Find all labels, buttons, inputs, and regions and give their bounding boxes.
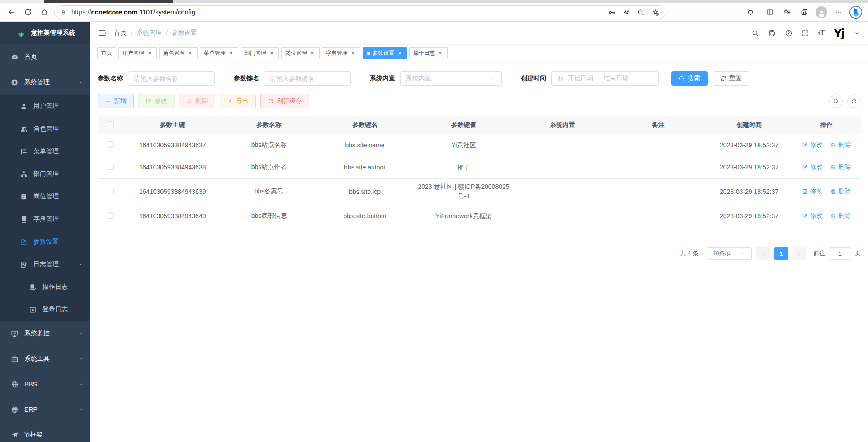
cell-param-key: bbs.site.author: [317, 156, 413, 179]
edit-row-link[interactable]: 修改: [802, 212, 823, 220]
favorite-add-icon[interactable]: [648, 6, 662, 19]
close-icon[interactable]: ×: [309, 50, 316, 56]
fullscreen-icon[interactable]: [802, 29, 809, 37]
app-logo[interactable]: 意框架管理系统: [0, 22, 90, 44]
split-screen-icon[interactable]: [761, 5, 778, 20]
breadcrumb-system[interactable]: 系统管理: [137, 29, 162, 37]
tab-operation-log[interactable]: 操作日志 ×: [409, 47, 448, 59]
edit-row-link[interactable]: 修改: [802, 163, 823, 171]
next-page-button[interactable]: [793, 247, 806, 260]
refresh-table-button[interactable]: [847, 94, 861, 108]
sidebar-item-bbs[interactable]: BBS: [0, 371, 90, 397]
toggle-search-button[interactable]: [829, 94, 843, 108]
refresh-cache-button[interactable]: 刷新缓存: [260, 94, 309, 108]
caret-down-icon[interactable]: [853, 29, 861, 37]
trash-icon: [830, 188, 836, 195]
filter-key-group: 参数键名: [234, 71, 351, 86]
profile-avatar[interactable]: [816, 6, 827, 18]
more-icon[interactable]: [830, 5, 847, 20]
search-icon[interactable]: [751, 29, 759, 37]
github-icon[interactable]: [768, 29, 776, 37]
row-checkbox[interactable]: [108, 212, 114, 219]
param-key-input[interactable]: [264, 71, 351, 86]
select-all-checkbox[interactable]: [108, 121, 114, 127]
delete-row-link[interactable]: 删除: [830, 212, 851, 220]
sidebar-collapse-icon[interactable]: [98, 28, 107, 38]
sidebar-item-log-mgmt[interactable]: 日志管理: [0, 253, 90, 276]
tab-home[interactable]: 首页: [97, 47, 116, 59]
back-icon[interactable]: [4, 5, 20, 20]
close-icon[interactable]: ×: [437, 50, 443, 56]
add-button[interactable]: 新增: [98, 94, 134, 108]
browser-essentials-icon[interactable]: [742, 5, 759, 20]
sidebar-item-monitoring[interactable]: 系统监控: [0, 321, 90, 346]
param-name-input[interactable]: [128, 71, 215, 86]
row-checkbox[interactable]: [108, 164, 114, 170]
tab-param-settings[interactable]: 参数设置 ×: [363, 47, 407, 59]
prev-page-button[interactable]: [756, 247, 770, 260]
favorites-bar-icon[interactable]: [778, 5, 796, 20]
lock-icon[interactable]: [60, 9, 67, 16]
sidebar-item-system-mgmt[interactable]: 系统管理: [0, 70, 90, 95]
sidebar-item-param-settings[interactable]: 参数设置: [0, 230, 90, 253]
sidebar-item-label: 系统监控: [24, 329, 79, 338]
delete-row-link[interactable]: 删除: [830, 188, 851, 196]
breadcrumb-home[interactable]: 首页: [114, 29, 127, 37]
close-icon[interactable]: ×: [146, 50, 153, 56]
key-icon[interactable]: [604, 6, 619, 19]
tab-label: 首页: [101, 49, 112, 57]
page-number-1[interactable]: 1: [774, 247, 788, 260]
row-checkbox[interactable]: [108, 141, 114, 148]
tab-dept-mgmt[interactable]: 部门管理 ×: [241, 47, 279, 59]
tab-post-mgmt[interactable]: 岗位管理 ×: [281, 47, 320, 59]
close-icon[interactable]: ×: [396, 50, 403, 56]
copilot-icon[interactable]: [847, 5, 864, 20]
filter-date-label: 创建时间: [521, 75, 546, 83]
url-text[interactable]: https://ccnetcore.com:1101/system/config: [71, 9, 604, 16]
sidebar-item-user-mgmt[interactable]: 用户管理: [0, 95, 90, 118]
sidebar-item-role-mgmt[interactable]: 角色管理: [0, 118, 90, 140]
edit-icon: [146, 98, 152, 104]
search-button[interactable]: 搜索: [671, 71, 708, 86]
page-size-select[interactable]: 10条/页: [706, 247, 752, 260]
date-range-picker[interactable]: 开始日期 - 结束日期: [551, 71, 659, 86]
edit-row-link[interactable]: 修改: [802, 141, 823, 149]
tab-user-mgmt[interactable]: 用户管理 ×: [118, 47, 157, 59]
edit-button[interactable]: 修改: [138, 94, 175, 108]
close-icon[interactable]: ×: [228, 50, 234, 56]
sidebar-item-dict-mgmt[interactable]: 字典管理: [0, 208, 90, 230]
sidebar-item-login-log[interactable]: 登录日志: [0, 298, 90, 321]
close-icon[interactable]: ×: [187, 50, 193, 56]
sidebar-item-dept-mgmt[interactable]: 部门管理: [0, 163, 90, 185]
home-icon[interactable]: [36, 5, 52, 20]
tab-menu-mgmt[interactable]: 菜单管理 ×: [200, 47, 238, 59]
sidebar-item-post-mgmt[interactable]: 岗位管理: [0, 185, 90, 208]
sidebar-item-home[interactable]: 首页: [0, 44, 90, 70]
sidebar-item-menu-mgmt[interactable]: 菜单管理: [0, 140, 90, 163]
help-icon[interactable]: [785, 29, 793, 37]
zoom-out-icon[interactable]: [633, 6, 648, 19]
sidebar-item-erp[interactable]: ERP: [0, 397, 90, 422]
delete-button[interactable]: 删除: [179, 94, 215, 108]
close-icon[interactable]: ×: [350, 50, 356, 56]
collections-icon[interactable]: [796, 5, 813, 20]
address-bar[interactable]: https://ccnetcore.com:1101/system/config: [54, 5, 665, 19]
tab-dict-mgmt[interactable]: 字典管理 ×: [322, 47, 360, 59]
delete-row-link[interactable]: 删除: [830, 141, 851, 149]
goto-page-input[interactable]: [830, 247, 850, 260]
close-icon[interactable]: ×: [269, 50, 275, 56]
edit-row-link[interactable]: 修改: [802, 188, 823, 196]
export-button[interactable]: 导出: [220, 94, 256, 108]
tab-role-mgmt[interactable]: 角色管理 ×: [159, 47, 198, 59]
reset-button[interactable]: 重置: [713, 71, 749, 86]
font-size-icon[interactable]: tT: [818, 28, 825, 38]
user-logo[interactable]: Yj: [834, 28, 844, 39]
sidebar-item-operation-log[interactable]: 操作日志: [0, 276, 90, 298]
refresh-icon[interactable]: [20, 5, 36, 20]
read-aloud-icon[interactable]: [619, 6, 633, 19]
delete-row-link[interactable]: 删除: [830, 163, 851, 171]
builtin-select[interactable]: 系统内置: [400, 71, 502, 86]
row-checkbox[interactable]: [108, 188, 114, 194]
sidebar-item-yi-framework[interactable]: Yi框架: [0, 422, 90, 442]
sidebar-item-tools[interactable]: 系统工具: [0, 346, 90, 371]
